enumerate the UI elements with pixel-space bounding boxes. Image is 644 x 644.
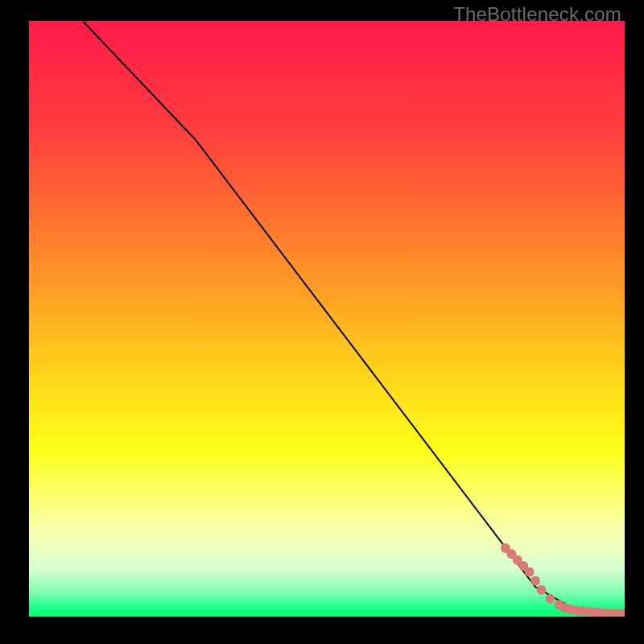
chart-svg: [29, 21, 625, 617]
chart-container: TheBottleneck.com: [0, 0, 644, 644]
data-point: [546, 594, 555, 604]
background-gradient: [29, 21, 625, 617]
data-point: [525, 568, 535, 577]
data-point: [530, 576, 540, 586]
plot-area: [29, 21, 625, 617]
watermark-text: TheBottleneck.com: [453, 3, 621, 26]
data-point: [536, 585, 546, 595]
